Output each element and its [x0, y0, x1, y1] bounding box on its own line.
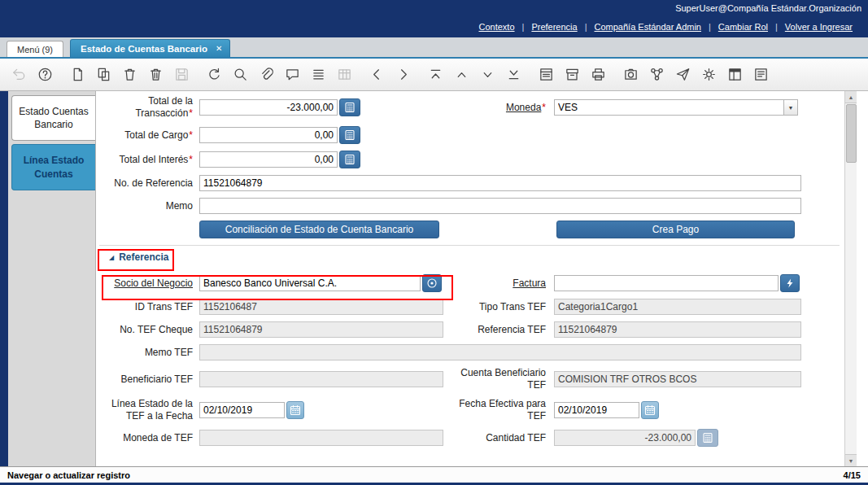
total-transaccion-input[interactable]	[199, 99, 338, 116]
referencia-tef-field	[554, 321, 801, 338]
zoom-across-icon[interactable]	[620, 64, 641, 85]
no-referencia-input[interactable]	[199, 175, 801, 191]
required-marker: *	[189, 129, 193, 141]
header-link-contexto[interactable]: Contexto	[479, 22, 515, 32]
scroll-down-icon[interactable]: ▼	[845, 454, 857, 466]
logged-user-info: SuperUser@Compañía Estándar.Organización	[675, 3, 861, 13]
content-area: Estado Cuentas Bancario Línea Estado Cue…	[0, 91, 868, 466]
quick-form-icon[interactable]	[750, 64, 771, 85]
factura-button[interactable]	[780, 274, 800, 292]
form-scrollbar[interactable]: ▲ ▼	[844, 91, 857, 466]
header-link-preferencia[interactable]: Preferencia	[531, 22, 577, 32]
header-link-volver-a-ingresar[interactable]: Volver a Ingresar	[785, 22, 853, 32]
total-interes-calculator-button[interactable]	[339, 151, 360, 168]
fecha-efectiva-tef-input[interactable]	[554, 402, 639, 418]
next-record-icon[interactable]	[392, 64, 413, 85]
window-customization-icon[interactable]	[724, 64, 745, 85]
left-collapsed-panel[interactable]	[0, 91, 8, 466]
form-panel: Total de la Transacción* Moneda* ▼	[96, 91, 844, 466]
delete-record-icon[interactable]	[119, 64, 140, 85]
moneda-de-tef-field	[199, 430, 443, 446]
report-icon[interactable]	[535, 64, 556, 85]
workflow-icon[interactable]	[646, 64, 667, 85]
sidebar-tab-estado-cuentas-bancario[interactable]: Estado Cuentas Bancario	[11, 95, 95, 141]
close-tab-icon[interactable]: ✕	[216, 44, 222, 53]
row-total-transaccion: Total de la Transacción* Moneda* ▼	[96, 95, 844, 120]
section-referencia-title: Referencia	[119, 251, 168, 263]
copy-record-icon[interactable]	[93, 64, 114, 85]
section-referencia-header[interactable]: ◢ Referencia	[99, 250, 840, 264]
crea-pago-button[interactable]: Crea Pago	[556, 221, 795, 238]
link-separator: |	[775, 22, 778, 32]
header-links: Contexto|Preferencia|Compañía Estándar A…	[0, 15, 868, 37]
first-record-icon[interactable]	[425, 64, 446, 85]
help-icon[interactable]	[34, 64, 55, 85]
row-cheque-referencia: No. TEF Cheque Referencia TEF	[96, 321, 844, 338]
attachment-icon[interactable]	[255, 64, 277, 85]
tab-estado-label: Estado de Cuentas Bancario	[81, 44, 207, 54]
scrollbar-thumb[interactable]	[846, 104, 857, 163]
parent-record-icon[interactable]	[451, 64, 472, 85]
tab-menu[interactable]: Menú (9)	[7, 41, 63, 57]
preference-icon[interactable]	[698, 64, 719, 85]
status-bar: Navegar o actualizar registro 4/15	[0, 466, 868, 483]
total-cargo-calculator-button[interactable]	[339, 126, 360, 144]
memo-input[interactable]	[199, 198, 801, 214]
find-icon[interactable]	[229, 64, 251, 85]
total-cargo-input[interactable]	[199, 127, 338, 143]
previous-record-icon[interactable]	[366, 64, 387, 85]
last-record-icon[interactable]	[503, 64, 524, 85]
label-total-interes: Total del Interés*	[96, 154, 199, 166]
linea-estado-fecha-input[interactable]	[199, 402, 285, 418]
row-memo-tef: Memo TEF	[96, 344, 844, 360]
lightning-icon	[784, 277, 796, 289]
label-moneda-de-tef: Moneda de TEF	[96, 432, 199, 444]
label-socio-negocio: Socio del Negocio	[96, 277, 199, 290]
scroll-up-icon[interactable]: ▲	[845, 91, 857, 103]
row-fechas: Línea Estado de la TEF a la Fecha Fecha …	[96, 398, 844, 422]
label-memo: Memo	[96, 200, 199, 212]
memo-tef-field	[199, 344, 801, 360]
chat-icon[interactable]	[281, 64, 303, 85]
print-icon[interactable]	[587, 64, 608, 85]
total-transaccion-calculator-button[interactable]	[339, 98, 360, 116]
moneda-input[interactable]	[554, 99, 784, 116]
list-view-icon[interactable]	[308, 64, 329, 85]
header-link-compania-estandar-admin[interactable]: Compañía Estándar Admin	[595, 22, 701, 32]
refresh-icon[interactable]	[203, 64, 225, 85]
new-record-icon[interactable]	[67, 64, 88, 85]
fecha-efectiva-tef-calendar-button[interactable]	[641, 401, 659, 419]
required-marker: *	[542, 102, 546, 113]
moneda-dropdown-button[interactable]: ▼	[784, 99, 798, 116]
top-header: SuperUser@Compañía Estándar.Organización…	[0, 0, 868, 37]
send-mail-icon[interactable]	[672, 64, 693, 85]
archive-icon[interactable]	[561, 64, 582, 85]
socio-negocio-info-button[interactable]	[422, 274, 442, 292]
label-factura: Factura	[443, 277, 554, 290]
row-no-referencia: No. de Referencia	[96, 175, 844, 191]
record-indicator: 4/15	[844, 470, 861, 480]
label-fecha-efectiva-tef: Fecha Efectiva para TEF	[443, 398, 554, 422]
row-moneda-cantidad: Moneda de TEF Cantidad TEF	[96, 429, 844, 447]
row-beneficiario: Beneficiario TEF Cuenta Beneficiario TEF	[96, 367, 844, 391]
undo-icon	[8, 64, 29, 85]
factura-input[interactable]	[554, 275, 779, 291]
total-interes-input[interactable]	[199, 151, 338, 168]
detail-record-icon[interactable]	[477, 64, 498, 85]
tab-estado-cuentas-bancario[interactable]: Estado de Cuentas Bancario ✕	[70, 39, 230, 57]
label-memo-tef: Memo TEF	[96, 347, 199, 359]
linea-estado-fecha-calendar-button[interactable]	[286, 401, 304, 419]
section-referencia: ◢ Referencia	[99, 245, 840, 264]
socio-negocio-input[interactable]	[199, 275, 421, 291]
delete-selection-icon[interactable]	[145, 64, 166, 85]
calculator-icon	[702, 432, 713, 443]
collapse-triangle-icon: ◢	[109, 254, 114, 261]
header-link-cambiar-rol[interactable]: Cambiar Rol	[718, 22, 768, 32]
sidebar-tab-linea-estado-cuentas[interactable]: Línea Estado Cuentas	[11, 144, 95, 190]
label-tipo-trans-tef: Tipo Trans TEF	[443, 301, 554, 313]
tipo-trans-tef-field	[554, 299, 801, 315]
label-cantidad-tef: Cantidad TEF	[443, 432, 554, 444]
cantidad-tef-field	[554, 430, 696, 446]
conciliacion-button[interactable]: Conciliación de Estado de Cuenta Bancari…	[199, 221, 439, 238]
chevron-down-icon: ▼	[788, 105, 794, 111]
